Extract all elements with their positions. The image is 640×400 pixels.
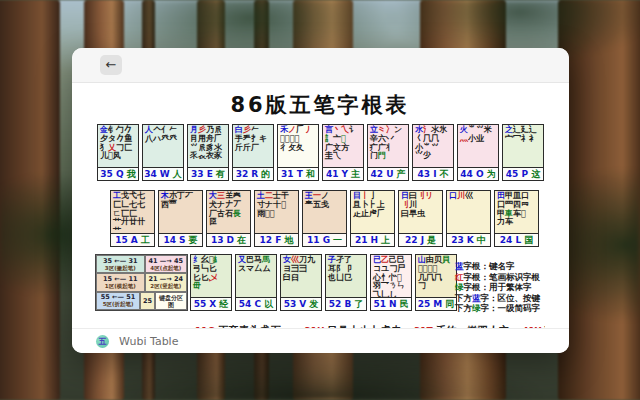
- radical-lines: 月彡乃𠂢⺝用舟𠂆⺍𠂢豸氺乑𧘇衣豕: [188, 125, 228, 167]
- key-cell-X: 纟幺𢆶糹弓𠃑匕匕匕乄毌55 X经: [190, 254, 232, 311]
- key-cell-F: 土二士干寸ナ十𠦙雨𠕒𠦝12 F地: [254, 190, 299, 247]
- key-cell-T: 禾ノ𠂆丿𥝌𠂉竹⺮彳攵夂31 T和: [277, 124, 319, 181]
- back-button[interactable]: ←: [100, 55, 122, 75]
- key-label: 35 Q我: [98, 167, 138, 180]
- legend-line: 红字根：笔画标识字根: [455, 272, 545, 283]
- radical-lines: 目丨亅且卜⺊上龰止虍𠂆: [351, 191, 394, 233]
- legend-line: 下方绿字：一级简码字: [455, 303, 545, 314]
- key-cell-Y: 言丶乀讠訁亠𦣻广文方圭乁41 Y主: [322, 124, 364, 181]
- key-label: 22 J是: [399, 233, 442, 246]
- zone-map-caption: 键盘分区图: [155, 292, 187, 310]
- radical-lines: 工戈弋七匚𠃊七七ㄈ匸匚艹廾廿卄艹: [111, 191, 154, 233]
- radical-lines: 水氵氺氷𡿨𠘨𠘨小⺌⺍𭕄少: [413, 125, 453, 167]
- key-label: 44 O为: [458, 167, 498, 180]
- zone-map-row: 15 ←— 11 1区(横起笔) 21 —→ 24 2区(竖起笔): [96, 273, 187, 291]
- color-legend: 蓝字根：键名字红字根：笔画标识字根绿字根：用于繁体字下方蓝字：区位、按键下方绿字…: [455, 261, 545, 314]
- key-cell-W: 人𠆢亻𠂉八ハ癶癶34 W人: [142, 124, 184, 181]
- radical-line: 儿𠘧风: [100, 152, 136, 161]
- key-label: 23 K中: [447, 233, 490, 246]
- radical-lines: 口川巛: [447, 191, 490, 233]
- key-label: 34 W人: [143, 167, 183, 180]
- key-cell-N: 已乙己巳コユ𠃌尸心忄㣺𠃜羽乛ㄋㄣ⺄乚し51 N民: [370, 254, 412, 311]
- radical-lines: 山由贝貝𠔼冂⺆𠃌几𠘨𠘨𠃌: [416, 255, 456, 297]
- radical-lines: 人𠆢亻𠂉八ハ癶癶: [143, 125, 183, 167]
- key-cell-D: 大三𦍌𡗗犬ナ𠂇丆厂古石長𦣝13 D在: [206, 190, 251, 247]
- radical-line: 宀冖礻衤: [505, 135, 541, 144]
- key-cell-S: 木朩丁丆西覀14 S要: [158, 190, 203, 247]
- chart-title: 86版五笔字根表: [95, 91, 545, 119]
- radical-line: 圭乁: [325, 152, 361, 161]
- key-cell-J: 日曰刂リ刂川曰早虫22 J是: [398, 190, 443, 247]
- key-label: 12 F地: [255, 233, 298, 246]
- radical-lines: 子孑了耳阝卩也凵㔾: [326, 255, 366, 297]
- radical-line: 𦣝: [209, 218, 248, 227]
- key-label: 11 G一: [303, 233, 346, 246]
- radical-line: 毌: [193, 282, 229, 291]
- keyboard-zone-map: 35 ←— 31 3区(撇起笔) 41 —→ 45 4区(点起笔) 15 ←— …: [95, 254, 188, 311]
- key-label: 41 Y主: [323, 167, 363, 180]
- window-footer-label: Wubi Table: [119, 335, 178, 348]
- radical-lines: 火⺌⺍米灬小业: [458, 125, 498, 167]
- key-label: 21 H上: [351, 233, 394, 246]
- radical-line: 也凵㔾: [328, 274, 364, 283]
- key-cell-V: 女巛刀九ヨ彐彐臼𦥑53 V发: [280, 254, 322, 311]
- radical-lines: 金钅勹𠂊夕タ𠂊鱼犭乂𠃌匚儿𠘧风: [98, 125, 138, 167]
- radical-line: 斤斤厂: [235, 144, 271, 153]
- key-cell-C: 又巴马馬スマ厶ム54 C以: [235, 254, 277, 311]
- radical-line: 口川巛: [449, 192, 488, 201]
- key-label: 55 X经: [191, 297, 231, 310]
- key-label: 42 U产: [368, 167, 408, 180]
- radical-line: 彳攵夂: [280, 144, 316, 153]
- window-footer-bar: 五 Wubi Table: [72, 328, 569, 353]
- key-label: 51 N民: [371, 297, 411, 310]
- key-label: 43 I不: [413, 167, 453, 180]
- key-label: 13 D在: [207, 233, 250, 246]
- mnemonic-segment: 11G王旁青头戋五一: [195, 319, 291, 328]
- radical-lines: 之辶廴⻌宀冖礻衤: [503, 125, 543, 167]
- key-cell-I: 水氵氺氷𡿨𠘨𠘨小⺌⺍𭕄少43 I不: [412, 124, 454, 181]
- key-cell-G: 王一ノ龶五戋11 G一: [302, 190, 347, 247]
- key-cell-U: 立⺀冫ン辛六丷疒广丬门門42 U产: [367, 124, 409, 181]
- desktop: { "icons": { "back": "←", "app": "五" }, …: [0, 0, 640, 400]
- radical-lines: 女巛刀九ヨ彐彐臼𦥑: [281, 255, 321, 297]
- radical-line: 雨𠕒𠦝: [257, 210, 296, 219]
- zone-1-cell: 15 ←— 11 1区(横起笔): [96, 273, 145, 291]
- radical-line: 力车: [497, 218, 536, 227]
- legend-line: 绿字根：用于繁体字: [455, 282, 545, 293]
- key-label: 24 L国: [495, 233, 538, 246]
- radical-line: 乑𧘇衣豕: [190, 152, 226, 161]
- key-cell-Q: 金钅勹𠂊夕タ𠂊鱼犭乂𠃌匚儿𠘧风35 Q我: [97, 124, 139, 181]
- zone-2-cell: 21 —→ 24 2区(竖起笔): [145, 273, 187, 291]
- radical-lines: 又巴马馬スマ厶ム: [236, 255, 276, 297]
- key-cell-O: 火⺌⺍米灬小业44 O为: [457, 124, 499, 181]
- key-cell-B: 子孑了耳阝卩也凵㔾52 B了: [325, 254, 367, 311]
- mnemonic-segment: 21H目具上止卜虎皮: [304, 319, 401, 328]
- radical-line: スマ厶ム: [238, 265, 274, 274]
- radical-lines: 日曰刂リ刂川曰早虫: [399, 191, 442, 233]
- key-label: 25 M同: [416, 297, 456, 310]
- zone-map-row: 35 ←— 31 3区(撇起笔) 41 —→ 45 4区(点起笔): [96, 255, 187, 273]
- radical-lines: 田甲皿口囗罒四𦉰甲車车𤰔力车: [495, 191, 538, 233]
- radical-line: 𠃌: [418, 282, 454, 291]
- key-label: 45 P这: [503, 167, 543, 180]
- key-cell-R: 白彡𠂉手龵扌キ斤斤厂32 R的: [232, 124, 274, 181]
- radical-lines: 立⺀冫ン辛六丷疒广丬门門: [368, 125, 408, 167]
- radical-lines: 大三𦍌𡗗犬ナ𠂇丆厂古石長𦣝: [207, 191, 250, 233]
- window-titlebar: ←: [72, 48, 569, 83]
- radical-line: 门門: [370, 152, 406, 161]
- radical-lines: 已乙己巳コユ𠃌尸心忄㣺𠃜羽乛ㄋㄣ⺄乚し: [371, 255, 411, 297]
- legend-line: 下方蓝字：区位、按键: [455, 293, 545, 304]
- key-cell-H: 目丨亅且卜⺊上龰止虍𠂆21 H上: [350, 190, 395, 247]
- key-row-asdfghjkl: 工戈弋七匚𠃊七七ㄈ匸匚艹廾廿卄艹15 A工木朩丁丆西覀14 S要大三𦍌𡗗犬ナ𠂇丆…: [110, 190, 539, 247]
- key-row-qwertyuiop: 金钅勹𠂊夕タ𠂊鱼犭乂𠃌匚儿𠘧风35 Q我人𠆢亻𠂉八ハ癶癶34 W人月彡乃𠂢⺝用舟…: [97, 124, 544, 181]
- key-cell-P: 之辶廴⻌宀冖礻衤45 P这: [502, 124, 544, 181]
- mnemonic-segment: 41Y言文方广在四一: [522, 319, 545, 328]
- key-cell-K: 口川巛23 K中: [446, 190, 491, 247]
- key-cell-L: 田甲皿口囗罒四𦉰甲車车𤰔力车24 L国: [494, 190, 539, 247]
- legend-line: 蓝字根：键名字: [455, 261, 545, 272]
- key-label: 33 E有: [188, 167, 228, 180]
- radical-line: 西覀: [161, 201, 200, 210]
- key-label: 15 A工: [111, 233, 154, 246]
- radical-lines: 禾ノ𠂆丿𥝌𠂉竹⺮彳攵夂: [278, 125, 318, 167]
- zone-map-row: 55 ←— 51 5区(折起笔) 25 键盘分区图: [96, 292, 187, 310]
